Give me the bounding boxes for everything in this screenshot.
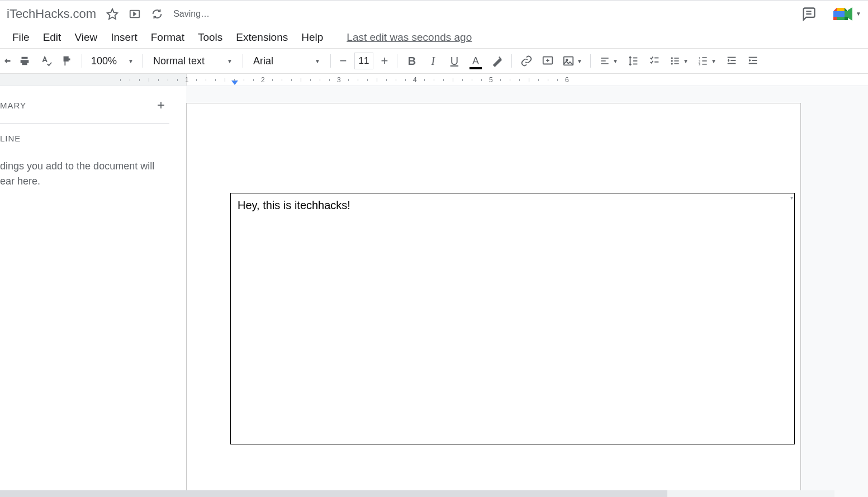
toolbar-separator (397, 54, 397, 68)
underline-button[interactable]: U (444, 51, 464, 71)
ruler-number: 5 (489, 76, 493, 84)
svg-rect-28 (728, 57, 736, 58)
document-title[interactable]: iTechHacks.com (7, 7, 96, 21)
meet-icon[interactable] (832, 6, 855, 22)
toolbar-separator (330, 54, 331, 68)
undo-icon[interactable] (2, 51, 13, 71)
decrease-font-size-button[interactable]: − (335, 54, 351, 68)
svg-rect-33 (749, 63, 757, 64)
star-icon[interactable] (106, 8, 118, 20)
ruler-number: 6 (565, 76, 569, 84)
line-spacing-button[interactable] (623, 51, 643, 71)
print-icon[interactable] (15, 51, 35, 71)
menu-format[interactable]: Format (144, 29, 191, 46)
textbox-options-icon[interactable]: ▾ (790, 195, 793, 201)
font-family-dropdown[interactable]: Arial▼ (248, 55, 326, 67)
zoom-dropdown[interactable]: 100%▼ (87, 55, 138, 67)
text-color-button[interactable]: A (466, 51, 486, 71)
checklist-button[interactable] (644, 51, 665, 71)
workspace: MARY + LINE dings you add to the documen… (0, 86, 868, 497)
svg-rect-29 (731, 60, 736, 61)
scrollbar-thumb[interactable] (0, 490, 667, 497)
menu-tools[interactable]: Tools (191, 29, 229, 46)
title-bar: iTechHacks.com Saving… (0, 0, 868, 27)
ruler-number: 4 (413, 76, 417, 84)
document-page[interactable]: ▾ Hey, this is itechhacks! (186, 103, 801, 497)
bold-button[interactable]: B (402, 51, 422, 71)
menu-bar: File Edit View Insert Format Tools Exten… (0, 27, 868, 48)
insert-link-button[interactable] (516, 51, 537, 71)
svg-point-18 (671, 63, 672, 64)
svg-rect-31 (749, 57, 757, 58)
svg-point-16 (671, 57, 672, 59)
comments-icon[interactable] (801, 6, 817, 22)
move-icon[interactable] (129, 8, 141, 20)
svg-rect-21 (674, 63, 679, 64)
toolbar-separator (243, 54, 243, 68)
menu-extensions[interactable]: Extensions (229, 29, 295, 46)
align-button[interactable]: ▼ (595, 51, 622, 71)
ruler[interactable]: 123456 (0, 74, 868, 86)
add-comment-button[interactable] (538, 51, 558, 71)
italic-button[interactable]: I (423, 51, 443, 71)
document-text[interactable]: Hey, this is itechhacks! (238, 199, 788, 212)
menu-help[interactable]: Help (295, 29, 330, 46)
svg-rect-25 (702, 57, 706, 58)
saving-status: Saving… (173, 9, 210, 19)
menu-insert[interactable]: Insert (104, 29, 144, 46)
ruler-number: 2 (261, 76, 265, 84)
menu-file[interactable]: File (6, 29, 36, 46)
svg-rect-27 (702, 64, 706, 65)
toolbar-separator (590, 54, 591, 68)
text-box[interactable]: ▾ Hey, this is itechhacks! (230, 193, 795, 444)
svg-rect-19 (674, 58, 679, 59)
spellcheck-icon[interactable] (36, 51, 56, 71)
panel-separator (0, 123, 169, 124)
svg-rect-32 (752, 60, 757, 61)
document-area[interactable]: ▾ Hey, this is itechhacks! (186, 86, 868, 497)
increase-indent-button[interactable] (743, 51, 763, 71)
outline-panel: MARY + LINE dings you add to the documen… (0, 86, 186, 497)
svg-rect-20 (674, 60, 679, 61)
svg-rect-26 (702, 60, 706, 61)
svg-text:3: 3 (699, 63, 700, 66)
ruler-number: 3 (337, 76, 341, 84)
add-summary-button[interactable]: + (157, 97, 165, 113)
toolbar-separator (143, 54, 143, 68)
toolbar-separator (82, 54, 82, 68)
indent-marker[interactable] (231, 81, 238, 85)
ruler-number: 1 (185, 76, 189, 84)
highlight-color-button[interactable] (487, 51, 507, 71)
paint-format-icon[interactable] (57, 51, 77, 71)
toolbar: 100%▼ Normal text▼ Arial▼ − + B I U A ▼ … (0, 48, 868, 74)
meet-dropdown-caret[interactable]: ▼ (856, 11, 861, 17)
last-edit-link[interactable]: Last edit was seconds ago (347, 31, 472, 44)
svg-point-17 (671, 60, 672, 61)
paragraph-style-dropdown[interactable]: Normal text▼ (148, 55, 238, 67)
numbered-list-button[interactable]: 123 ▼ (694, 51, 720, 71)
font-size-input[interactable] (354, 53, 373, 69)
svg-rect-30 (728, 63, 736, 64)
cloud-sync-icon[interactable] (151, 8, 163, 20)
outline-heading: LINE (0, 134, 169, 143)
bulleted-list-button[interactable]: ▼ (666, 51, 692, 71)
decrease-indent-button[interactable] (722, 51, 742, 71)
horizontal-scrollbar[interactable] (0, 490, 834, 497)
svg-point-7 (566, 59, 568, 61)
outline-placeholder-text: dings you add to the document will ear h… (0, 159, 169, 189)
menu-edit[interactable]: Edit (36, 29, 68, 46)
toolbar-separator (511, 54, 512, 68)
menu-view[interactable]: View (68, 29, 104, 46)
insert-image-button[interactable]: ▼ (559, 51, 586, 71)
summary-heading: MARY (0, 101, 26, 110)
increase-font-size-button[interactable]: + (377, 54, 392, 68)
